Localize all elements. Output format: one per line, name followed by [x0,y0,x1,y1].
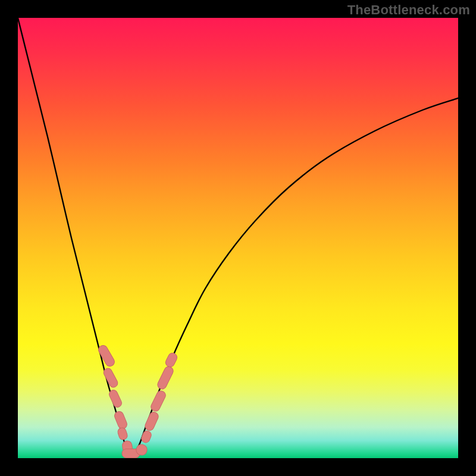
curve-svg [18,18,458,458]
curve [18,18,458,452]
vertex-marker [144,411,160,431]
vertex-marker [149,390,167,413]
vertex-marker [156,365,174,391]
vertex-marker [102,367,119,389]
vertex-marker [164,352,178,368]
chart-frame: TheBottleneck.com [0,0,476,476]
vertex-marker [140,430,152,444]
vertex-marker [117,427,128,440]
curve-right-arm [136,98,458,452]
plot-area [18,18,458,458]
vertex-marker [113,410,128,430]
vertex-marker [97,344,116,368]
vertex-marker [108,389,123,408]
branding-watermark: TheBottleneck.com [347,2,470,18]
vertex-markers [97,344,178,458]
